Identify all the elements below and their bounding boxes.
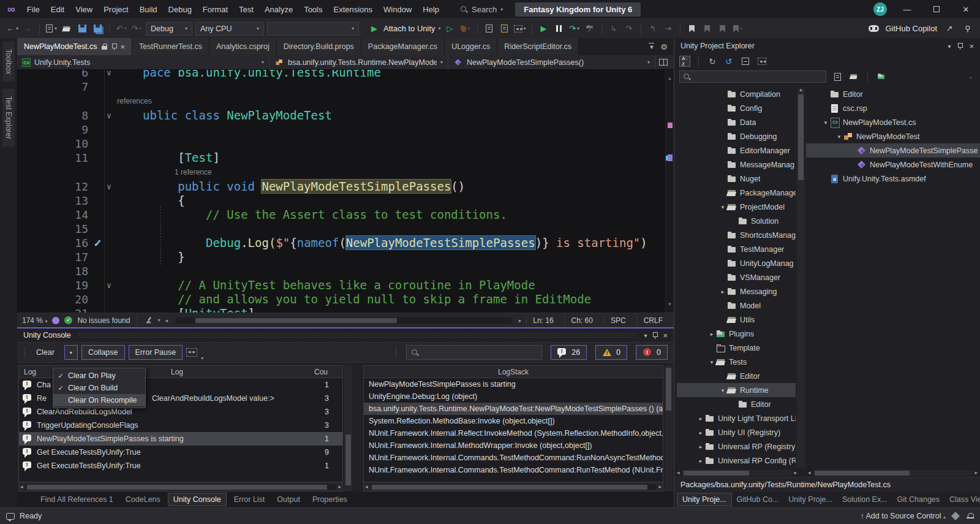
tree-item[interactable]: PackageManage bbox=[677, 186, 796, 200]
line-ending-indicator[interactable]: CRLF bbox=[637, 316, 669, 325]
close-panel-icon[interactable]: × bbox=[663, 332, 668, 340]
editor-tab[interactable]: Analytics.csproj × bbox=[209, 38, 277, 55]
redo-icon[interactable]: ↷▾ bbox=[130, 23, 143, 35]
expander-icon[interactable]: ▸ bbox=[696, 416, 705, 422]
menu-item[interactable]: View bbox=[70, 2, 98, 17]
panel-tab[interactable]: Git Changes bbox=[892, 493, 944, 506]
tree-item[interactable]: ▾ ProjectModel bbox=[677, 200, 796, 214]
scroll-left-icon[interactable]: ◂ bbox=[165, 317, 168, 324]
stack-hscrollbar[interactable]: ◂▸ bbox=[364, 482, 663, 491]
expander-icon[interactable]: ▾ bbox=[835, 134, 843, 140]
editor-tab[interactable]: RiderScriptEditor.cs × bbox=[497, 38, 579, 55]
panel-tab[interactable]: Unity Proje... bbox=[783, 493, 837, 506]
close-panel-icon[interactable]: × bbox=[969, 42, 974, 50]
console-header[interactable]: Unity Console ▾ × bbox=[17, 328, 674, 342]
breadcrumb-member-dropdown[interactable]: NewPlayModeTestSimplePasses()▾ bbox=[448, 55, 655, 69]
step-over-icon[interactable]: ↷ bbox=[623, 23, 635, 35]
panel-tab[interactable]: Properties bbox=[307, 493, 352, 506]
tree-item[interactable]: Unify.Unity.Tests.asmdef bbox=[806, 172, 980, 186]
fold-chevron-icon[interactable]: ∨ bbox=[103, 278, 115, 292]
fold-chevron-icon[interactable]: ∨ bbox=[103, 180, 115, 194]
tab-list-dropdown-icon[interactable]: ▼ bbox=[649, 43, 654, 50]
avatar[interactable]: ZJ bbox=[873, 2, 887, 16]
menu-item[interactable]: Format bbox=[197, 2, 233, 17]
panel-tab[interactable]: GitHub Co... bbox=[732, 493, 784, 506]
tree-item[interactable]: Debugging bbox=[677, 129, 796, 143]
editor-tab[interactable]: PackageManager.cs × bbox=[361, 38, 445, 55]
expander-icon[interactable]: ▸ bbox=[696, 444, 705, 450]
panel-tab[interactable]: Unity Proje... bbox=[677, 493, 732, 506]
new-project-icon[interactable]: ▾ bbox=[45, 23, 58, 35]
source-control-status-icon[interactable] bbox=[952, 512, 960, 520]
stack-frame-row[interactable]: NUnit.Framework.Internal.MethodWrapper:I… bbox=[364, 439, 663, 452]
tree-item[interactable]: ▸ Universal RP Config (Regis bbox=[677, 454, 796, 468]
clear-bookmarks-icon[interactable]: ▾ bbox=[732, 23, 744, 35]
continue-icon[interactable]: ↷▾ bbox=[568, 23, 581, 35]
packages-icon[interactable] bbox=[876, 71, 887, 82]
code-line[interactable]: 10 bbox=[17, 137, 674, 151]
info-count-toggle[interactable]: 26 bbox=[551, 345, 587, 360]
zoom-select[interactable]: 174 % ▾ bbox=[22, 316, 47, 325]
window-position-icon[interactable]: ▾ bbox=[948, 43, 951, 50]
attach-play-icon[interactable]: ▶ bbox=[368, 23, 380, 35]
code-line[interactable]: 19 ∨ // A UnityTest behaves like a corou… bbox=[17, 278, 674, 292]
panel-tab[interactable]: Output bbox=[272, 493, 305, 506]
expander-icon[interactable]: ▾ bbox=[821, 120, 830, 126]
menu-item[interactable]: Window bbox=[378, 2, 417, 17]
clear-dropdown-button[interactable]: ▾ bbox=[64, 345, 78, 360]
menu-item[interactable]: Help bbox=[417, 2, 445, 17]
code-line[interactable]: 8 ∨ ublic class NewPlayModeTest bbox=[17, 108, 674, 123]
stack-frame-row[interactable]: NUnit.Framework.Internal.Reflect:InvokeM… bbox=[364, 427, 663, 439]
log-vscrollbar[interactable] bbox=[344, 365, 352, 492]
rail-tab[interactable]: Toolbox bbox=[2, 42, 15, 82]
code-line[interactable]: 1 reference bbox=[17, 165, 674, 180]
code-editor[interactable]: 6 ∨ pace bsa.unify.unity.Tests.Runtime 7 bbox=[17, 70, 674, 313]
feedback-bubble-icon[interactable] bbox=[6, 513, 15, 520]
share-icon[interactable]: ↗ bbox=[943, 23, 956, 35]
tree-item[interactable]: Compilation bbox=[677, 87, 796, 101]
editor-scrollbar[interactable]: ▲ ▼ bbox=[665, 70, 674, 313]
close-tab-icon[interactable]: × bbox=[121, 43, 126, 51]
menu-item[interactable]: Test bbox=[233, 2, 259, 17]
log-hscrollbar[interactable]: ◂▸ bbox=[19, 482, 342, 491]
tree-item[interactable]: ▾ NewPlayModeTest.cs bbox=[806, 115, 980, 129]
panel-tab[interactable]: Solution Ex... bbox=[837, 493, 892, 506]
tree-item[interactable]: TestManager bbox=[677, 242, 796, 256]
platform-select[interactable]: Any CPU▾ bbox=[195, 22, 264, 36]
attach-to-unity-button[interactable]: Attach to Unity bbox=[383, 24, 435, 33]
navigate-back-icon[interactable]: ←▾ bbox=[6, 23, 18, 35]
expander-icon[interactable]: ▾ bbox=[707, 359, 716, 365]
play-icon[interactable]: ▶ bbox=[538, 23, 550, 35]
account-icon[interactable]: ⚲ bbox=[962, 23, 974, 35]
new-item-icon[interactable] bbox=[832, 71, 843, 82]
window-position-icon[interactable]: ▾ bbox=[644, 332, 647, 339]
collapse-all-icon[interactable] bbox=[740, 56, 751, 67]
code-line[interactable]: references bbox=[17, 94, 674, 108]
pause-icon[interactable] bbox=[553, 23, 565, 35]
tree-item[interactable]: ShortcutsManag bbox=[677, 228, 796, 242]
code-line[interactable]: 7 bbox=[17, 80, 674, 94]
console-log-row[interactable]: Get ExecuteTestsByUnify:True 1 bbox=[19, 459, 342, 473]
menu-option[interactable]: ✓ Clear On Build bbox=[53, 382, 145, 394]
drag-texture[interactable] bbox=[78, 333, 637, 338]
collapse-toggle[interactable]: Collapse bbox=[81, 345, 125, 360]
rail-tab[interactable]: Test Explorer bbox=[2, 89, 15, 146]
code-line[interactable]: 12 ∨ public void NewPlayModeTestSimplePa… bbox=[17, 180, 674, 194]
stack-frame-row[interactable]: System.Reflection.MethodBase:Invoke (obj… bbox=[364, 415, 663, 427]
stack-frame-row[interactable]: NewPlayModeTestSimplePasses is starting bbox=[364, 378, 663, 390]
issues-status[interactable]: No issues found bbox=[77, 316, 130, 325]
search-control[interactable]: Search▾ bbox=[454, 3, 508, 16]
prev-bookmark-icon[interactable] bbox=[701, 23, 714, 35]
split-editor-icon[interactable] bbox=[659, 59, 668, 66]
menu-item[interactable]: Analyze bbox=[259, 2, 298, 17]
code-line[interactable]: 13 { bbox=[17, 194, 674, 208]
pin-icon[interactable] bbox=[111, 43, 117, 50]
save-all-icon[interactable] bbox=[91, 23, 104, 35]
startup-item-select[interactable]: ▾ bbox=[267, 22, 359, 36]
tree-item[interactable]: Editor bbox=[677, 369, 796, 383]
tree-item[interactable]: ▾ NewPlayModeTest bbox=[806, 129, 980, 143]
tree-item[interactable]: ▸ Messaging bbox=[677, 284, 796, 298]
feedback-icon[interactable] bbox=[52, 317, 59, 324]
expander-icon[interactable]: ▾ bbox=[718, 387, 727, 393]
refresh-icon[interactable]: ↺ bbox=[723, 56, 734, 67]
